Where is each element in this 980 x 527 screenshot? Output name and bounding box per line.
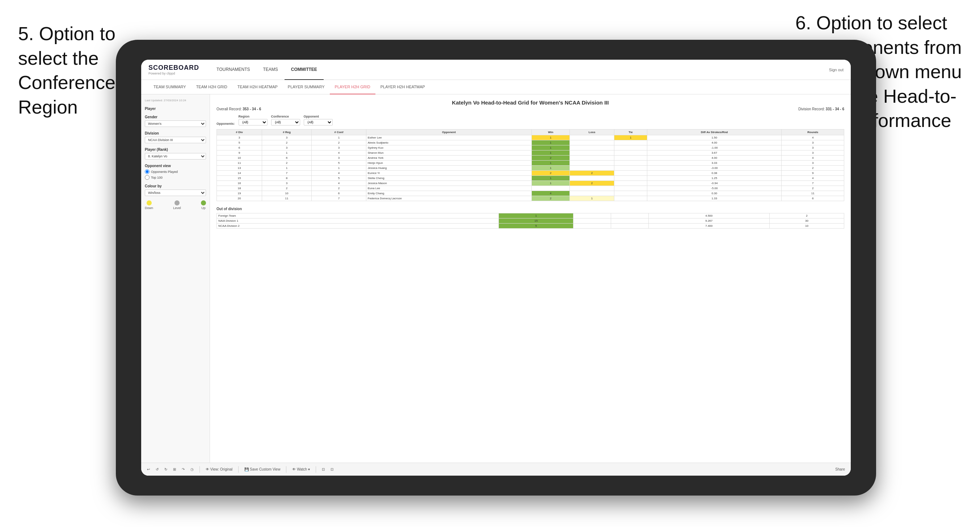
table-cell: Eunice Yi [366,171,531,176]
table-cell: 15 [499,219,573,224]
table-cell: 30 [769,219,844,224]
sidebar-radio-top100[interactable]: Top 100 [145,175,206,180]
table-cell: 0.38 [647,171,782,176]
sub-nav-player-h2h-heatmap[interactable]: PLAYER H2H HEATMAP [375,80,430,94]
sub-nav-team-summary[interactable]: TEAM SUMMARY [148,80,191,94]
table-cell: NCAA Division 2 [217,224,499,229]
table-cell [532,186,570,191]
table-cell [573,213,611,219]
table-cell: 2 [782,186,844,191]
toolbar-save-custom-view[interactable]: 💾 Save Custom View [244,467,280,471]
table-cell [570,160,614,166]
table-cell: 4 [312,181,366,186]
th-rounds: Rounds [782,130,844,135]
legend-dot-up [201,200,206,205]
table-cell [570,166,614,171]
th-opponent: Opponent [366,130,531,135]
table-cell: 9.267 [648,219,769,224]
sub-nav-team-h2h-grid[interactable]: TEAM H2H GRID [191,80,232,94]
sidebar-gender-section: Gender Women's [145,115,206,127]
table-cell: 3 [782,160,844,166]
table-cell: -1.00 [647,145,782,151]
table-cell: 20 [217,196,262,201]
sign-out[interactable]: Sign out [829,68,843,72]
th-win: Win [532,130,570,135]
nav-item-tournaments[interactable]: TOURNAMENTS [210,60,256,80]
toolbar-icon1[interactable]: ⊡ [322,467,325,471]
table-cell: 2 [769,213,844,219]
out-of-division-header: Out of division [216,207,844,211]
table-cell: 1.25 [647,176,782,181]
table-cell: 7.400 [648,224,769,229]
toolbar-watch[interactable]: 👁 Watch ▾ [292,467,310,471]
overall-record: Overall Record: 353 - 34 - 6 [216,107,261,111]
sub-nav-player-summary[interactable]: PLAYER SUMMARY [283,80,330,94]
table-row: 1474Eunice Yi220.389 [217,171,844,176]
table-cell: 2 [312,186,366,191]
table-cell: Foreign Team [217,213,499,219]
th-tie: Tie [614,130,647,135]
legend-dot-down [146,200,152,205]
th-reg: # Reg [262,130,312,135]
table-cell: 10 [769,224,844,229]
table-cell: 1 [312,166,366,171]
table-cell: 1 [532,140,570,145]
table-cell: 1 [262,151,312,156]
table-cell: 3 [312,156,366,160]
sub-nav-team-h2h-heatmap[interactable]: TEAM H2H HEATMAP [232,80,283,94]
table-cell: 1 [532,145,570,151]
table-cell: -0.94 [647,181,782,186]
table-cell [614,181,647,186]
sub-nav-player-h2h-grid[interactable]: PLAYER H2H GRID [330,80,375,94]
toolbar-undo[interactable]: ↩ [147,467,150,471]
nav-item-committee[interactable]: COMMITTEE [285,60,324,80]
toolbar-grid[interactable]: ⊞ [173,467,176,471]
filter-opponent-select[interactable]: (All) [304,119,333,125]
table-cell [611,219,649,224]
table-cell: 14 [217,171,262,176]
sidebar-gender-select[interactable]: Women's [145,121,206,127]
toolbar-share[interactable]: Share [835,467,845,471]
filter-conference-select[interactable]: (All) [271,119,300,125]
sidebar-colour-select[interactable]: Win/loss [145,189,206,196]
toolbar-redo[interactable]: ↻ [164,467,167,471]
table-cell [570,176,614,181]
sidebar-radio-opponents-played[interactable]: Opponents Played [145,169,206,174]
nav-item-teams[interactable]: TEAMS [256,60,284,80]
filter-region-select[interactable]: (All) [239,119,267,125]
table-cell [614,160,647,166]
table-cell: Alexis Sudjianto [366,140,531,145]
toolbar-view-original[interactable]: 👁 View: Original [206,467,232,471]
table-cell: 2 [262,160,312,166]
table-cell [614,191,647,196]
toolbar-rotate[interactable]: ↷ [182,467,185,471]
sidebar-player-rank-select[interactable]: 8. Katelyn Vo [145,153,206,160]
table-row: Foreign Team14.5002 [217,213,844,219]
table-row: 1634Jessica Mason12-0.947 [217,181,844,186]
table-row: 19106Emily Chang40.3011 [217,191,844,196]
table-cell: 3 [217,135,262,140]
table-cell: NAIA Division 1 [217,219,499,224]
table-cell: 4.00 [647,156,782,160]
table-row: 1125Heejo Hyun13.333 [217,160,844,166]
table-row: 633Sydney Kuo1-1.003 [217,145,844,151]
table-cell: 18 [217,186,262,191]
table-cell: Esther Lee [366,135,531,140]
table-cell: 3 [262,145,312,151]
table-cell [611,224,649,229]
bottom-toolbar: ↩ ↺ ↻ ⊞ ↷ ◷ 👁 View: Original 💾 Save Cust… [141,463,851,476]
table-row: 20117Federica Domecq Lacroze211.336 [217,196,844,201]
table-cell [614,166,647,171]
nav-items: TOURNAMENTS TEAMS COMMITTEE [210,60,829,80]
table-cell [614,196,647,201]
toolbar-icon2[interactable]: ⊡ [331,467,333,471]
toolbar-clock[interactable]: ◷ [191,467,194,471]
table-cell: 10 [262,191,312,196]
sidebar-division-select[interactable]: NCAA Division III [145,137,206,143]
table-cell: 1 [532,176,570,181]
table-cell: 1 [614,135,647,140]
table-cell: 6 [312,191,366,196]
page-title: Katelyn Vo Head-to-Head Grid for Women's… [216,100,844,106]
table-cell: Andrea York [366,156,531,160]
toolbar-undo2[interactable]: ↺ [156,467,159,471]
